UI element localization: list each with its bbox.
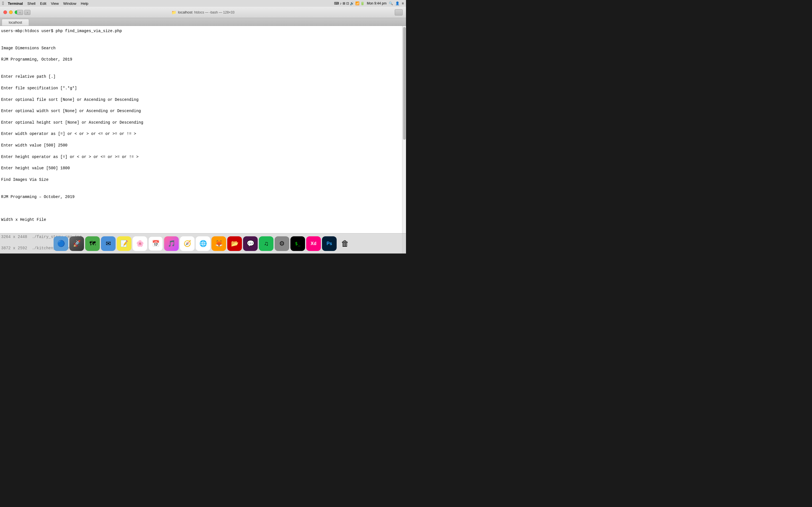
dock-icon-maps[interactable]: 🗺: [85, 236, 100, 251]
traffic-lights: [3, 10, 18, 14]
minimize-button[interactable]: [9, 10, 13, 14]
menubar:  Terminal Shell Edit View Window Help ⌨…: [0, 0, 406, 7]
dock-icon-system-prefs[interactable]: ⚙: [274, 236, 289, 251]
dock-icon-photoshop[interactable]: Ps: [322, 236, 337, 251]
output-line-10: Enter width operator as [=] or < or > or…: [1, 131, 400, 136]
output-line-12: Enter height operator as [=] or < or > o…: [1, 154, 400, 160]
menubar-menu-extra[interactable]: ≡: [402, 1, 404, 5]
scrollbar-thumb[interactable]: [403, 27, 406, 140]
menubar-right: ⌨ ♪ ⊞ ⊡ 🔊 📶 🔋 Mon 9:44 pm 🔍 👤 ≡: [334, 1, 404, 5]
menu-help[interactable]: Help: [79, 0, 91, 7]
titlebar-center: 📁 localhost htdocs — -bash — 128×33: [171, 10, 234, 15]
dock-icon-calendar[interactable]: 📅: [148, 236, 163, 251]
dock-icon-filezilla[interactable]: 📂: [227, 236, 242, 251]
terminal-window: ‹ › 📁 localhost htdocs — -bash — 128×33 …: [0, 7, 406, 253]
dock-icon-firefox[interactable]: 🦊: [211, 236, 226, 251]
tabbar: localhost: [0, 18, 406, 26]
dock-icon-terminal[interactable]: $_: [290, 236, 305, 251]
dock-icon-spotify[interactable]: ♫: [259, 236, 273, 251]
output-line-14: Find Images Via Size: [1, 177, 400, 182]
terminal-content[interactable]: users-mbp:htdocs user$ php find_images_v…: [0, 26, 402, 253]
menubar-time: Mon 9:44 pm: [367, 1, 387, 5]
dock-icon-mail[interactable]: ✉: [101, 236, 116, 251]
output-line-5: Enter relative path [.]: [1, 74, 400, 79]
output-line-16: RJM Programming – October, 2019: [1, 194, 400, 200]
back-button[interactable]: ‹: [17, 10, 23, 15]
menubar-user: 👤: [395, 1, 400, 5]
menu-terminal[interactable]: Terminal: [6, 0, 25, 7]
forward-button[interactable]: ›: [24, 10, 31, 15]
menubar-search[interactable]: 🔍: [389, 1, 393, 5]
output-line-7: Enter optional file sort [None] or Ascen…: [1, 97, 400, 103]
output-line-13: Enter height value [500] 1800: [1, 165, 400, 171]
output-line-19: Width x Height File: [1, 217, 400, 223]
folder-icon: 📁: [171, 10, 176, 15]
scrollbar-track[interactable]: [402, 26, 406, 253]
menu-window[interactable]: Window: [61, 0, 79, 7]
close-button[interactable]: [3, 10, 7, 14]
dock-icon-photos[interactable]: 🌸: [133, 236, 147, 251]
initial-command: php find_images_via_size.php: [53, 29, 122, 33]
initial-prompt: users-mbp:htdocs user$: [1, 29, 53, 33]
output-line-3: RJM Programming, October, 2019: [1, 57, 400, 62]
dock-icon-notes[interactable]: 📝: [117, 236, 132, 251]
active-tab[interactable]: localhost: [2, 19, 29, 25]
output-line-2: Image Dimensions Search: [1, 45, 400, 51]
dock-icon-itunes[interactable]: 🎵: [164, 236, 179, 251]
tab-button[interactable]: [395, 9, 403, 15]
titlebar-nav: ‹ ›: [17, 10, 31, 15]
menu-shell[interactable]: Shell: [25, 0, 38, 7]
dock-icon-xd[interactable]: Xd: [306, 236, 321, 251]
dock-icon-launchpad[interactable]: 🚀: [69, 236, 84, 251]
window-title: localhost: [178, 10, 192, 14]
terminal-area: users-mbp:htdocs user$ php find_images_v…: [0, 26, 406, 253]
dock: 🔵 🚀 🗺 ✉ 📝 🌸 📅 🎵 🧭 🌐 🦊 📂 💬 ♫ ⚙ $_ Xd Ps 🗑: [0, 233, 406, 253]
apple-menu[interactable]: : [2, 1, 4, 6]
window-subtitle: htdocs — -bash — 128×33: [194, 10, 235, 14]
menubar-icons: ⌨ ♪ ⊞ ⊡ 🔊 📶 🔋: [334, 1, 364, 5]
output-line-6: Enter file specification [*.*g*]: [1, 86, 400, 91]
output-line-9: Enter optional height sort [None] or Asc…: [1, 120, 400, 125]
dock-icon-finder[interactable]: 🔵: [54, 236, 68, 251]
titlebar: ‹ › 📁 localhost htdocs — -bash — 128×33: [0, 7, 406, 18]
dock-icon-safari[interactable]: 🧭: [180, 236, 195, 251]
dock-icon-chrome[interactable]: 🌐: [196, 236, 210, 251]
menu-view[interactable]: View: [49, 0, 61, 7]
menu-edit[interactable]: Edit: [38, 0, 49, 7]
output-line-11: Enter width value [500] 2500: [1, 143, 400, 148]
dock-icon-slack[interactable]: 💬: [243, 236, 258, 251]
dock-icon-trash[interactable]: 🗑: [338, 236, 352, 251]
tab-label: localhost: [9, 20, 22, 24]
output-line-8: Enter optional width sort [None] or Asce…: [1, 108, 400, 114]
